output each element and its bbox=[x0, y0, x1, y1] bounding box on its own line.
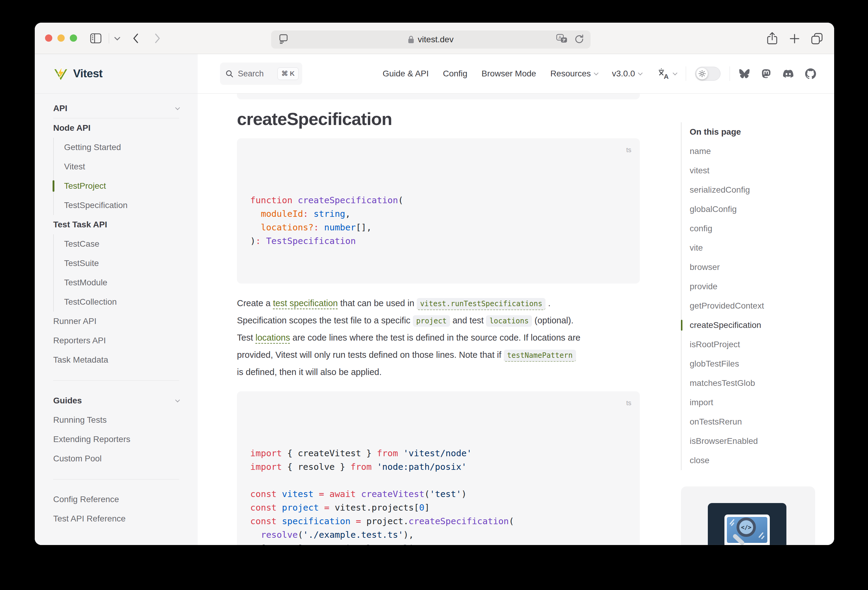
bluesky-icon[interactable] bbox=[739, 69, 750, 79]
logo[interactable]: Vitest bbox=[35, 54, 198, 93]
language-menu[interactable]: A bbox=[658, 68, 677, 80]
github-icon[interactable] bbox=[805, 68, 816, 79]
sidebar-group: Getting StartedVitestTestProjectTestSpec… bbox=[53, 138, 179, 215]
nav-guide-api[interactable]: Guide & API bbox=[382, 69, 429, 78]
translate-language-icon: A bbox=[658, 68, 670, 80]
toc-item-ontestsrerun[interactable]: onTestsRerun bbox=[690, 412, 820, 431]
toc-title: On this page bbox=[690, 122, 820, 141]
sidebar-item-testcollection[interactable]: TestCollection bbox=[64, 292, 179, 312]
sidebar-item-testspecification[interactable]: TestSpecification bbox=[64, 196, 179, 215]
active-indicator bbox=[53, 180, 55, 192]
chevron-down-icon bbox=[593, 71, 598, 75]
logo-text: Vitest bbox=[73, 67, 102, 80]
browser-window: vitest.dev A bbox=[35, 23, 834, 545]
toc-item-globtestfiles[interactable]: globTestFiles bbox=[690, 354, 820, 374]
search-icon bbox=[226, 70, 234, 78]
toc-item-matchestestglob[interactable]: matchesTestGlob bbox=[690, 374, 820, 393]
sidebar-divider bbox=[53, 479, 179, 480]
theme-toggle[interactable] bbox=[695, 67, 720, 81]
sidebar-item-api[interactable]: API bbox=[53, 99, 179, 118]
link-locations[interactable]: locations bbox=[255, 333, 290, 343]
sidebar-item-runner-api[interactable]: Runner API bbox=[53, 312, 179, 331]
sidebar-item-testproject[interactable]: TestProject bbox=[64, 177, 179, 196]
sun-icon bbox=[698, 70, 706, 77]
window-controls bbox=[45, 34, 77, 42]
code-search-monitor-illustration: </> bbox=[708, 503, 787, 545]
toc-item-provide[interactable]: provide bbox=[690, 277, 820, 296]
link-test-specification[interactable]: test specification bbox=[273, 298, 338, 308]
sidebar-divider bbox=[53, 380, 179, 381]
sidebar-item-running-tests[interactable]: Running Tests bbox=[53, 410, 179, 430]
sidebar-item-task-metadata[interactable]: Task Metadata bbox=[53, 350, 179, 369]
forward-icon[interactable] bbox=[154, 32, 161, 44]
close-window-button[interactable] bbox=[45, 34, 52, 42]
divider bbox=[686, 66, 686, 81]
divider bbox=[729, 66, 730, 81]
toc-item-config[interactable]: config bbox=[690, 219, 820, 238]
sidebar: APINode APIGetting StartedVitestTestProj… bbox=[35, 94, 198, 545]
sidebar-item-guides[interactable]: Guides bbox=[53, 391, 179, 410]
browser-toolbar: vitest.dev A bbox=[35, 23, 834, 54]
sidebar-item-getting-started[interactable]: Getting Started bbox=[64, 138, 179, 157]
toc-item-close[interactable]: close bbox=[690, 451, 820, 470]
sidebar-item-testmodule[interactable]: TestModule bbox=[64, 273, 179, 292]
sidebar-item-testsuite[interactable]: TestSuite bbox=[64, 254, 179, 273]
page-title: createSpecification bbox=[237, 108, 640, 129]
share-icon[interactable] bbox=[766, 32, 778, 46]
zoom-window-button[interactable] bbox=[70, 34, 77, 42]
toc-item-browser[interactable]: browser bbox=[690, 257, 820, 277]
toc-item-vite[interactable]: vite bbox=[690, 238, 820, 257]
toc-item-isbrowserenabled[interactable]: isBrowserEnabled bbox=[690, 431, 820, 451]
previous-code-block-edge bbox=[237, 94, 640, 99]
mastodon-icon[interactable] bbox=[761, 68, 771, 79]
sponsor-card[interactable]: </> bbox=[681, 486, 815, 545]
sidebar-toggle-icon[interactable] bbox=[90, 33, 102, 44]
tab-group-chevron-icon[interactable] bbox=[114, 37, 121, 41]
toc-item-isrootproject[interactable]: isRootProject bbox=[690, 335, 820, 354]
code-block-example: ts import { createVitest } from 'vitest/… bbox=[237, 391, 640, 545]
toc-item-import[interactable]: import bbox=[690, 393, 820, 412]
code-lang-badge: ts bbox=[626, 396, 631, 410]
discord-icon[interactable] bbox=[782, 69, 794, 79]
toc-item-name[interactable]: name bbox=[690, 141, 820, 161]
sidebar-item-test-api-reference[interactable]: Test API Reference bbox=[53, 509, 179, 528]
nav-config[interactable]: Config bbox=[443, 69, 467, 78]
sidebar-item-vitest[interactable]: Vitest bbox=[64, 157, 179, 177]
svg-text:A: A bbox=[664, 73, 669, 80]
active-indicator bbox=[681, 320, 682, 331]
code-link-testnamepattern[interactable]: testNamePattern bbox=[504, 350, 576, 362]
toc-item-vitest[interactable]: vitest bbox=[690, 161, 820, 180]
nav-browser-mode[interactable]: Browser Mode bbox=[481, 69, 536, 78]
sidebar-item-test-task-api[interactable]: Test Task API bbox=[53, 215, 179, 234]
nav-v3-0-0[interactable]: v3.0.0 bbox=[612, 69, 642, 78]
chevron-down-icon bbox=[175, 397, 180, 402]
nav-resources[interactable]: Resources bbox=[551, 69, 598, 78]
toc-item-serializedconfig[interactable]: serializedConfig bbox=[690, 180, 820, 200]
toc-item-globalconfig[interactable]: globalConfig bbox=[690, 200, 820, 219]
sidebar-item-config-reference[interactable]: Config Reference bbox=[53, 490, 179, 509]
new-tab-icon[interactable] bbox=[788, 32, 801, 45]
inline-code: locations bbox=[486, 315, 532, 327]
sidebar-item-testcase[interactable]: TestCase bbox=[64, 234, 179, 254]
toc-item-getprovidedcontext[interactable]: getProvidedContext bbox=[690, 296, 820, 316]
code-link-vitest-runtestspecifications[interactable]: vitest.runTestSpecifications bbox=[417, 298, 546, 310]
back-icon[interactable] bbox=[132, 32, 139, 44]
sidebar-item-custom-pool[interactable]: Custom Pool bbox=[53, 449, 179, 468]
inline-code: project bbox=[413, 315, 450, 327]
code-block-signature: ts function createSpecification( moduleI… bbox=[237, 138, 640, 284]
search-shortcut: ⌘ K bbox=[278, 67, 298, 80]
description-paragraph: Create a test specification that can be … bbox=[237, 295, 640, 381]
search-placeholder: Search bbox=[238, 69, 264, 78]
tab-overview-icon[interactable] bbox=[810, 32, 824, 45]
page-body: APINode APIGetting StartedVitestTestProj… bbox=[35, 94, 834, 545]
sidebar-item-reporters-api[interactable]: Reporters API bbox=[53, 331, 179, 350]
main-content: createSpecification ts function createSp… bbox=[237, 94, 640, 545]
minimize-window-button[interactable] bbox=[58, 34, 65, 42]
search-input[interactable]: Search ⌘ K bbox=[220, 62, 302, 85]
on-this-page: On this page namevitestserializedConfigg… bbox=[681, 122, 820, 470]
sidebar-item-extending-reporters[interactable]: Extending Reporters bbox=[53, 430, 179, 449]
toc-item-createspecification[interactable]: createSpecification bbox=[690, 316, 820, 335]
address-bar[interactable]: vitest.dev A bbox=[271, 31, 590, 49]
sidebar-item-node-api[interactable]: Node API bbox=[53, 118, 179, 138]
header-nav: Guide & APIConfigBrowser ModeResourcesv3… bbox=[382, 66, 834, 81]
